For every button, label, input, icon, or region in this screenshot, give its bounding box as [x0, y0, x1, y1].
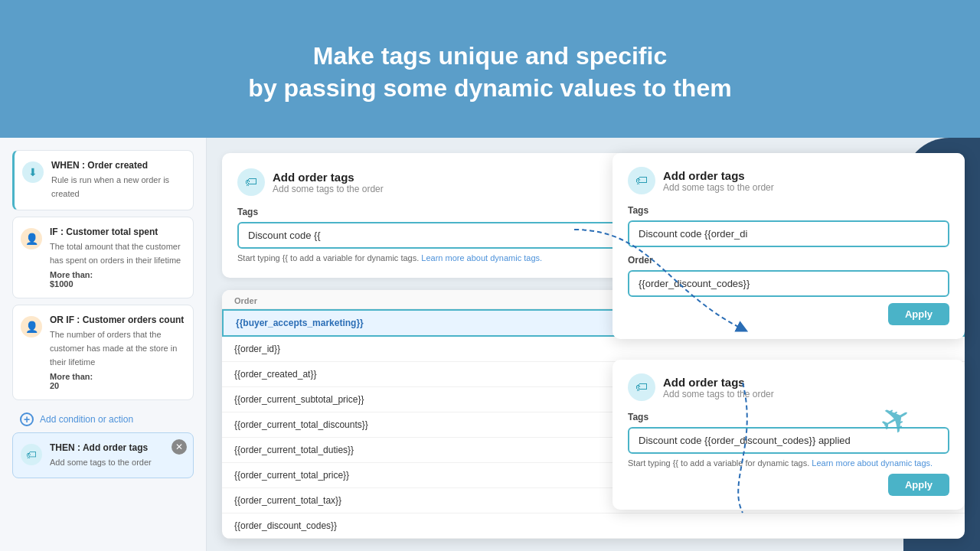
add-condition-label: Add condition or action: [40, 414, 133, 425]
hero-title: Make tags unique and specific by passing…: [248, 41, 731, 104]
order-input[interactable]: [628, 270, 949, 297]
main-content: 🏷 Add order tags Add some tags to the or…: [207, 138, 980, 551]
when-desc: Rule is run when a new order is created: [51, 175, 169, 198]
apply-button-bottom[interactable]: Apply: [888, 474, 949, 496]
plus-icon: +: [20, 412, 34, 426]
if-desc: The total amount that the customer has s…: [50, 242, 181, 265]
close-button[interactable]: ✕: [172, 439, 187, 455]
orif-text: OR IF : Customer orders count The number…: [50, 315, 185, 390]
if-text: IF : Customer total spent The total amou…: [50, 227, 185, 289]
floating-top-header: 🏷 Add order tags Add some tags to the or…: [628, 167, 949, 194]
content-area: ⬇ WHEN : Order created Rule is run when …: [0, 138, 980, 551]
dropdown-item[interactable]: {{order_discount_codes}}: [222, 514, 965, 539]
orif-more: More than: 20: [50, 372, 185, 390]
floating-top-subtitle: Add some tags to the order: [663, 182, 774, 193]
add-condition-button[interactable]: + Add condition or action: [12, 406, 194, 432]
if-icon: 👤: [21, 228, 42, 249]
then-label: THEN : Add order tags: [50, 442, 185, 453]
when-text: WHEN : Order created Rule is run when a …: [51, 160, 185, 201]
card-icon: 🏷: [237, 168, 265, 196]
when-icon: ⬇: [22, 161, 44, 183]
floating-bottom-header: 🏷 Add order tags Add some tags to the or…: [628, 373, 949, 401]
if-label: IF : Customer total spent: [50, 227, 185, 237]
orif-icon: 👤: [21, 316, 42, 337]
card-subtitle: Add some tags to the order: [273, 184, 384, 194]
floating-top-tags-label: Tags: [628, 205, 949, 216]
orif-desc: The number of orders that the customer h…: [50, 330, 177, 367]
if-more: More than: $1000: [50, 270, 185, 289]
card-titles: Add order tags Add some tags to the orde…: [273, 171, 384, 194]
floating-bottom-hint: Start typing {{ to add a variable for dy…: [628, 458, 949, 468]
then-desc: Add some tags to the order: [50, 458, 152, 467]
order-label: Order: [628, 255, 949, 266]
hero-line2: by passing some dynamic values to them: [248, 74, 731, 102]
orif-label: OR IF : Customer orders count: [50, 315, 185, 325]
floating-bottom-subtitle: Add some tags to the order: [663, 389, 774, 399]
sidebar-item-if[interactable]: 👤 IF : Customer total spent The total am…: [12, 217, 194, 298]
hero-banner: Make tags unique and specific by passing…: [0, 0, 980, 138]
floating-bottom-icon: 🏷: [628, 373, 655, 401]
floating-card-top: 🏷 Add order tags Add some tags to the or…: [612, 153, 965, 339]
card-title: Add order tags: [273, 171, 384, 184]
order-input-row: Order: [628, 255, 949, 297]
hero-line1: Make tags unique and specific: [313, 42, 667, 70]
floating-top-titles: Add order tags Add some tags to the orde…: [663, 169, 774, 193]
floating-bottom-title: Add order tags: [663, 376, 774, 389]
floating-bottom-titles: Add order tags Add some tags to the orde…: [663, 376, 774, 399]
sidebar-item-when[interactable]: ⬇ WHEN : Order created Rule is run when …: [12, 150, 194, 210]
floating-bottom-hint-link[interactable]: Learn more about dynamic tags.: [812, 458, 933, 468]
sidebar-item-then[interactable]: 🏷 THEN : Add order tags Add some tags to…: [12, 432, 194, 478]
then-icon: 🏷: [21, 444, 42, 465]
dropdown-item[interactable]: {{order_id}}: [222, 337, 965, 362]
sidebar-item-orif[interactable]: 👤 OR IF : Customer orders count The numb…: [12, 305, 194, 400]
floating-top-title: Add order tags: [663, 169, 774, 182]
apply-button-top[interactable]: Apply: [888, 303, 949, 325]
sidebar: ⬇ WHEN : Order created Rule is run when …: [0, 138, 207, 551]
hint-link[interactable]: Learn more about dynamic tags.: [421, 253, 542, 262]
when-label: WHEN : Order created: [51, 160, 185, 171]
floating-top-icon: 🏷: [628, 167, 655, 194]
then-text: THEN : Add order tags Add some tags to t…: [50, 442, 185, 468]
floating-top-tags-input[interactable]: [628, 220, 949, 247]
